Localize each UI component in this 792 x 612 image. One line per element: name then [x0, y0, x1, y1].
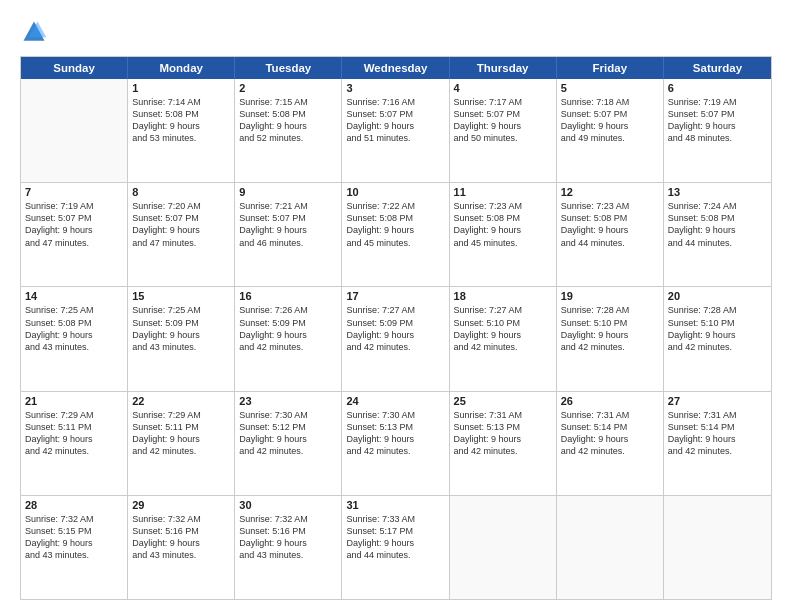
cell-info: Sunrise: 7:32 AM Sunset: 5:16 PM Dayligh… [132, 513, 230, 562]
calendar-cell-18: 18Sunrise: 7:27 AM Sunset: 5:10 PM Dayli… [450, 287, 557, 390]
cell-info: Sunrise: 7:31 AM Sunset: 5:13 PM Dayligh… [454, 409, 552, 458]
cell-day-number: 18 [454, 290, 552, 302]
calendar-header: SundayMondayTuesdayWednesdayThursdayFrid… [21, 57, 771, 79]
calendar-cell-30: 30Sunrise: 7:32 AM Sunset: 5:16 PM Dayli… [235, 496, 342, 599]
cell-info: Sunrise: 7:27 AM Sunset: 5:10 PM Dayligh… [454, 304, 552, 353]
cell-day-number: 11 [454, 186, 552, 198]
calendar-cell-3: 3Sunrise: 7:16 AM Sunset: 5:07 PM Daylig… [342, 79, 449, 182]
cell-day-number: 30 [239, 499, 337, 511]
logo-icon [20, 18, 48, 46]
logo [20, 18, 52, 46]
calendar-cell-16: 16Sunrise: 7:26 AM Sunset: 5:09 PM Dayli… [235, 287, 342, 390]
cell-day-number: 4 [454, 82, 552, 94]
cell-info: Sunrise: 7:18 AM Sunset: 5:07 PM Dayligh… [561, 96, 659, 145]
cell-day-number: 26 [561, 395, 659, 407]
cell-info: Sunrise: 7:17 AM Sunset: 5:07 PM Dayligh… [454, 96, 552, 145]
calendar-row-2: 7Sunrise: 7:19 AM Sunset: 5:07 PM Daylig… [21, 182, 771, 286]
calendar-cell-21: 21Sunrise: 7:29 AM Sunset: 5:11 PM Dayli… [21, 392, 128, 495]
calendar-cell-8: 8Sunrise: 7:20 AM Sunset: 5:07 PM Daylig… [128, 183, 235, 286]
cell-day-number: 27 [668, 395, 767, 407]
calendar: SundayMondayTuesdayWednesdayThursdayFrid… [20, 56, 772, 600]
calendar-cell-17: 17Sunrise: 7:27 AM Sunset: 5:09 PM Dayli… [342, 287, 449, 390]
calendar-cell-12: 12Sunrise: 7:23 AM Sunset: 5:08 PM Dayli… [557, 183, 664, 286]
header-day-tuesday: Tuesday [235, 57, 342, 79]
cell-day-number: 16 [239, 290, 337, 302]
header-day-wednesday: Wednesday [342, 57, 449, 79]
calendar-cell-empty-4-6 [664, 496, 771, 599]
calendar-cell-24: 24Sunrise: 7:30 AM Sunset: 5:13 PM Dayli… [342, 392, 449, 495]
cell-info: Sunrise: 7:23 AM Sunset: 5:08 PM Dayligh… [561, 200, 659, 249]
page: SundayMondayTuesdayWednesdayThursdayFrid… [0, 0, 792, 612]
cell-info: Sunrise: 7:29 AM Sunset: 5:11 PM Dayligh… [132, 409, 230, 458]
calendar-cell-25: 25Sunrise: 7:31 AM Sunset: 5:13 PM Dayli… [450, 392, 557, 495]
calendar-body: 1Sunrise: 7:14 AM Sunset: 5:08 PM Daylig… [21, 79, 771, 599]
cell-day-number: 17 [346, 290, 444, 302]
cell-day-number: 8 [132, 186, 230, 198]
cell-info: Sunrise: 7:29 AM Sunset: 5:11 PM Dayligh… [25, 409, 123, 458]
cell-day-number: 3 [346, 82, 444, 94]
header-day-friday: Friday [557, 57, 664, 79]
cell-day-number: 24 [346, 395, 444, 407]
cell-day-number: 7 [25, 186, 123, 198]
calendar-cell-1: 1Sunrise: 7:14 AM Sunset: 5:08 PM Daylig… [128, 79, 235, 182]
cell-info: Sunrise: 7:14 AM Sunset: 5:08 PM Dayligh… [132, 96, 230, 145]
calendar-row-4: 21Sunrise: 7:29 AM Sunset: 5:11 PM Dayli… [21, 391, 771, 495]
header [20, 18, 772, 46]
calendar-cell-11: 11Sunrise: 7:23 AM Sunset: 5:08 PM Dayli… [450, 183, 557, 286]
cell-info: Sunrise: 7:22 AM Sunset: 5:08 PM Dayligh… [346, 200, 444, 249]
calendar-cell-14: 14Sunrise: 7:25 AM Sunset: 5:08 PM Dayli… [21, 287, 128, 390]
cell-info: Sunrise: 7:26 AM Sunset: 5:09 PM Dayligh… [239, 304, 337, 353]
cell-day-number: 1 [132, 82, 230, 94]
cell-info: Sunrise: 7:21 AM Sunset: 5:07 PM Dayligh… [239, 200, 337, 249]
cell-info: Sunrise: 7:33 AM Sunset: 5:17 PM Dayligh… [346, 513, 444, 562]
calendar-cell-19: 19Sunrise: 7:28 AM Sunset: 5:10 PM Dayli… [557, 287, 664, 390]
calendar-cell-15: 15Sunrise: 7:25 AM Sunset: 5:09 PM Dayli… [128, 287, 235, 390]
cell-day-number: 15 [132, 290, 230, 302]
cell-info: Sunrise: 7:31 AM Sunset: 5:14 PM Dayligh… [561, 409, 659, 458]
calendar-cell-22: 22Sunrise: 7:29 AM Sunset: 5:11 PM Dayli… [128, 392, 235, 495]
cell-day-number: 28 [25, 499, 123, 511]
calendar-cell-7: 7Sunrise: 7:19 AM Sunset: 5:07 PM Daylig… [21, 183, 128, 286]
header-day-thursday: Thursday [450, 57, 557, 79]
calendar-cell-empty-4-4 [450, 496, 557, 599]
cell-info: Sunrise: 7:23 AM Sunset: 5:08 PM Dayligh… [454, 200, 552, 249]
calendar-cell-31: 31Sunrise: 7:33 AM Sunset: 5:17 PM Dayli… [342, 496, 449, 599]
cell-info: Sunrise: 7:20 AM Sunset: 5:07 PM Dayligh… [132, 200, 230, 249]
calendar-cell-13: 13Sunrise: 7:24 AM Sunset: 5:08 PM Dayli… [664, 183, 771, 286]
cell-day-number: 22 [132, 395, 230, 407]
cell-day-number: 23 [239, 395, 337, 407]
cell-day-number: 5 [561, 82, 659, 94]
cell-info: Sunrise: 7:19 AM Sunset: 5:07 PM Dayligh… [25, 200, 123, 249]
calendar-cell-empty-0-0 [21, 79, 128, 182]
cell-day-number: 6 [668, 82, 767, 94]
cell-day-number: 13 [668, 186, 767, 198]
cell-info: Sunrise: 7:30 AM Sunset: 5:12 PM Dayligh… [239, 409, 337, 458]
calendar-cell-empty-4-5 [557, 496, 664, 599]
calendar-cell-4: 4Sunrise: 7:17 AM Sunset: 5:07 PM Daylig… [450, 79, 557, 182]
cell-day-number: 29 [132, 499, 230, 511]
calendar-cell-26: 26Sunrise: 7:31 AM Sunset: 5:14 PM Dayli… [557, 392, 664, 495]
cell-day-number: 31 [346, 499, 444, 511]
calendar-cell-6: 6Sunrise: 7:19 AM Sunset: 5:07 PM Daylig… [664, 79, 771, 182]
cell-info: Sunrise: 7:25 AM Sunset: 5:09 PM Dayligh… [132, 304, 230, 353]
cell-info: Sunrise: 7:28 AM Sunset: 5:10 PM Dayligh… [561, 304, 659, 353]
cell-info: Sunrise: 7:32 AM Sunset: 5:15 PM Dayligh… [25, 513, 123, 562]
cell-info: Sunrise: 7:27 AM Sunset: 5:09 PM Dayligh… [346, 304, 444, 353]
cell-info: Sunrise: 7:15 AM Sunset: 5:08 PM Dayligh… [239, 96, 337, 145]
cell-day-number: 12 [561, 186, 659, 198]
cell-day-number: 2 [239, 82, 337, 94]
calendar-cell-10: 10Sunrise: 7:22 AM Sunset: 5:08 PM Dayli… [342, 183, 449, 286]
cell-day-number: 20 [668, 290, 767, 302]
header-day-saturday: Saturday [664, 57, 771, 79]
cell-info: Sunrise: 7:32 AM Sunset: 5:16 PM Dayligh… [239, 513, 337, 562]
header-day-sunday: Sunday [21, 57, 128, 79]
cell-day-number: 21 [25, 395, 123, 407]
cell-day-number: 9 [239, 186, 337, 198]
cell-info: Sunrise: 7:28 AM Sunset: 5:10 PM Dayligh… [668, 304, 767, 353]
cell-day-number: 25 [454, 395, 552, 407]
cell-info: Sunrise: 7:25 AM Sunset: 5:08 PM Dayligh… [25, 304, 123, 353]
cell-day-number: 19 [561, 290, 659, 302]
calendar-row-1: 1Sunrise: 7:14 AM Sunset: 5:08 PM Daylig… [21, 79, 771, 182]
cell-info: Sunrise: 7:30 AM Sunset: 5:13 PM Dayligh… [346, 409, 444, 458]
calendar-row-3: 14Sunrise: 7:25 AM Sunset: 5:08 PM Dayli… [21, 286, 771, 390]
